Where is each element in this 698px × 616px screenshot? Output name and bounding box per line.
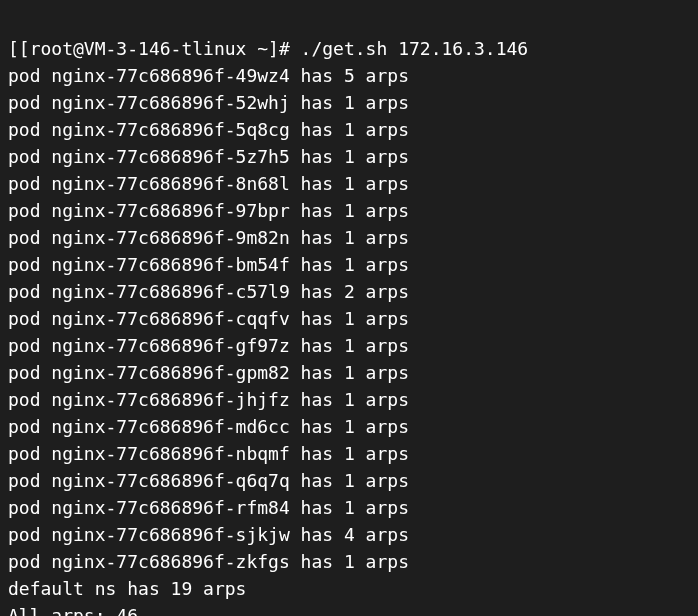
output-line: pod nginx-77c686896f-jhjfz has 1 arps bbox=[8, 386, 690, 413]
output-line: pod nginx-77c686896f-5q8cg has 1 arps bbox=[8, 116, 690, 143]
output-line: pod nginx-77c686896f-gf97z has 1 arps bbox=[8, 332, 690, 359]
output-line: pod nginx-77c686896f-5z7h5 has 1 arps bbox=[8, 143, 690, 170]
output-line: pod nginx-77c686896f-q6q7q has 1 arps bbox=[8, 467, 690, 494]
output-line: pod nginx-77c686896f-rfm84 has 1 arps bbox=[8, 494, 690, 521]
output-line: pod nginx-77c686896f-52whj has 1 arps bbox=[8, 89, 690, 116]
output-line: pod nginx-77c686896f-49wz4 has 5 arps bbox=[8, 62, 690, 89]
terminal-output: [[root@VM-3-146-tlinux ~]# ./get.sh 172.… bbox=[8, 8, 690, 616]
command-prompt: [[root@VM-3-146-tlinux ~]# ./get.sh 172.… bbox=[8, 35, 690, 62]
output-line: pod nginx-77c686896f-bm54f has 1 arps bbox=[8, 251, 690, 278]
output-line: pod nginx-77c686896f-nbqmf has 1 arps bbox=[8, 440, 690, 467]
output-line: pod nginx-77c686896f-9m82n has 1 arps bbox=[8, 224, 690, 251]
output-line: pod nginx-77c686896f-gpm82 has 1 arps bbox=[8, 359, 690, 386]
output-line: pod nginx-77c686896f-md6cc has 1 arps bbox=[8, 413, 690, 440]
output-line: pod nginx-77c686896f-c57l9 has 2 arps bbox=[8, 278, 690, 305]
output-summary-total: All arps: 46 bbox=[8, 602, 690, 616]
output-line: pod nginx-77c686896f-97bpr has 1 arps bbox=[8, 197, 690, 224]
output-line: pod nginx-77c686896f-zkfgs has 1 arps bbox=[8, 548, 690, 575]
output-line: pod nginx-77c686896f-8n68l has 1 arps bbox=[8, 170, 690, 197]
output-line: pod nginx-77c686896f-sjkjw has 4 arps bbox=[8, 521, 690, 548]
output-line: pod nginx-77c686896f-cqqfv has 1 arps bbox=[8, 305, 690, 332]
output-summary-ns: default ns has 19 arps bbox=[8, 575, 690, 602]
